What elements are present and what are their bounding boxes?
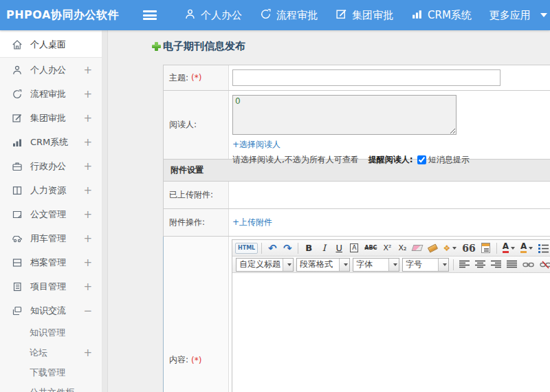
process-icon <box>11 88 23 100</box>
strikethrough-button[interactable]: ABC <box>362 241 379 255</box>
bold-button[interactable]: B <box>302 241 316 255</box>
readers-label: 阅读人: <box>164 91 229 159</box>
unlink-button[interactable] <box>538 258 550 272</box>
readers-textarea[interactable]: 0 <box>232 95 456 135</box>
auto-typeset-button[interactable]: ❖ <box>441 241 459 255</box>
align-center-button[interactable] <box>473 258 487 272</box>
expand-icon[interactable]: + <box>83 208 92 221</box>
undo-button[interactable]: ↶ <box>265 241 279 255</box>
sidebar-item-document-mgmt[interactable]: 公文管理 + <box>0 202 102 226</box>
sidebar-item-knowledge-mgmt[interactable]: 知识管理 <box>0 323 102 342</box>
subject-input[interactable] <box>232 69 500 86</box>
editor-content[interactable] <box>232 273 550 392</box>
briefcase-icon <box>11 160 23 172</box>
sidebar-item-desktop[interactable]: 个人桌面 <box>0 32 102 58</box>
uploaded-attachments-value <box>229 182 550 208</box>
sidebar-item-group-approval[interactable]: 集团审批 + <box>0 106 102 130</box>
expand-icon[interactable]: + <box>83 160 92 173</box>
sidebar-scrollbar[interactable] <box>102 30 108 392</box>
align-justify-button[interactable] <box>505 258 519 272</box>
link-button[interactable] <box>520 258 536 272</box>
readers-note-text: 请选择阅读人,不选为所有人可查看 <box>232 154 359 166</box>
nav-process-approval[interactable]: 流程审批 <box>260 8 318 23</box>
content-label: 内容: (*) <box>164 237 229 392</box>
upload-attachment-link[interactable]: +上传附件 <box>232 217 272 228</box>
sidebar-item-knowledge[interactable]: 知识交流 − <box>0 298 102 323</box>
add-icon <box>152 42 161 51</box>
sidebar-item-personal-office[interactable]: 个人办公 + <box>0 58 102 82</box>
sidebar-item-process-approval[interactable]: 流程审批 + <box>0 82 102 106</box>
app-logo: PHPOA协同办公软件 <box>0 8 138 23</box>
uploaded-attachments-row: 已上传附件: <box>163 182 550 209</box>
format-brush-icon[interactable] <box>426 241 439 255</box>
required-mark: (*) <box>191 356 201 365</box>
chevron-down-icon <box>443 263 447 266</box>
custom-heading-select[interactable]: 自定义标题 <box>236 258 294 272</box>
blockquote-button[interactable]: 66 <box>460 241 477 255</box>
main-content: 电子期刊信息发布 主题: (*) 阅读人: 0 +选择阅读人 <box>108 30 550 392</box>
select-readers-link[interactable]: +选择阅读人 <box>232 140 280 149</box>
nav-personal-office[interactable]: 个人办公 <box>184 8 242 23</box>
font-color-button[interactable]: A <box>500 241 517 255</box>
expand-icon[interactable]: + <box>83 257 92 269</box>
expand-icon[interactable]: + <box>83 232 92 245</box>
italic-button[interactable]: I <box>317 241 331 255</box>
readers-row: 阅读人: 0 +选择阅读人 请选择阅读人,不选为所有人可查看 提醒阅读人: 短消… <box>163 91 550 160</box>
nav-more-apps[interactable]: 更多应用 <box>490 9 547 22</box>
sms-notify-checkbox[interactable] <box>417 155 426 164</box>
sidebar-item-hr[interactable]: 人力资源 + <box>0 178 102 202</box>
sidebar: 个人桌面 个人办公 + 流程审批 + 集团审批 + CRM系统 + 行政办公 + <box>0 30 102 392</box>
nav-crm-system[interactable]: CRM系统 <box>411 8 472 23</box>
ordered-list-button[interactable] <box>536 241 550 255</box>
nav-group-approval[interactable]: 集团审批 <box>336 8 393 23</box>
chevron-down-icon <box>529 247 533 250</box>
uploaded-attachments-label: 已上传附件: <box>164 182 229 208</box>
sidebar-item-public-cabinet[interactable]: 公共文件柜 <box>0 382 102 392</box>
home-icon <box>11 39 23 50</box>
remind-readers-label: 提醒阅读人: <box>368 154 413 166</box>
expand-icon[interactable]: + <box>83 112 92 124</box>
editor-toolbar-row2: 自定义标题 段落格式 字体 字号 <box>232 257 550 273</box>
chart-icon <box>11 136 23 148</box>
content-row: 内容: (*) HTML ↶ ↷ B I <box>163 237 550 392</box>
chevron-down-icon <box>287 263 292 266</box>
sidebar-item-crm[interactable]: CRM系统 + <box>0 130 102 154</box>
edit-icon <box>336 8 352 23</box>
person-icon <box>11 64 23 76</box>
menu-toggle-icon[interactable] <box>143 10 157 20</box>
paste-button[interactable] <box>479 241 493 255</box>
font-size-select[interactable]: 字号 <box>402 258 449 272</box>
chevron-down-icon <box>452 247 456 250</box>
app-header: PHPOA协同办公软件 个人办公 流程审批 集团审批 CRM系统 更多应用 <box>0 0 550 30</box>
eraser-icon[interactable] <box>410 241 424 255</box>
sidebar-item-archive-mgmt[interactable]: 档案管理 + <box>0 250 102 274</box>
sidebar-item-admin-office[interactable]: 行政办公 + <box>0 154 102 178</box>
sms-notify-label: 短消息提示 <box>428 154 470 166</box>
expand-icon[interactable]: + <box>83 281 92 293</box>
knowledge-icon <box>11 305 23 316</box>
expand-icon[interactable]: + <box>83 136 92 149</box>
expand-icon[interactable]: + <box>83 88 92 100</box>
sidebar-item-vehicle-mgmt[interactable]: 用车管理 + <box>0 226 102 250</box>
border-text-button[interactable]: A <box>347 241 361 255</box>
highlight-color-button[interactable]: A <box>518 241 535 255</box>
paragraph-format-select[interactable]: 段落格式 <box>296 258 350 272</box>
attachment-actions-row: 附件操作: +上传附件 <box>163 209 550 237</box>
font-family-select[interactable]: 字体 <box>353 258 399 272</box>
expand-icon[interactable]: + <box>83 347 92 359</box>
sidebar-item-forum[interactable]: 论坛 + <box>0 342 102 362</box>
expand-icon[interactable]: + <box>83 64 92 76</box>
collapse-icon[interactable]: − <box>83 305 92 317</box>
document-icon <box>11 208 23 220</box>
align-left-button[interactable] <box>457 258 472 272</box>
redo-button[interactable]: ↷ <box>280 241 294 255</box>
superscript-button[interactable]: X² <box>380 241 394 255</box>
sidebar-item-download-mgmt[interactable]: 下载管理 <box>0 362 102 382</box>
html-source-button[interactable]: HTML <box>235 243 258 254</box>
subscript-button[interactable]: X₂ <box>395 241 409 255</box>
chevron-down-icon <box>540 13 547 17</box>
sidebar-item-project-mgmt[interactable]: 项目管理 + <box>0 274 102 298</box>
align-right-button[interactable] <box>489 258 503 272</box>
underline-button[interactable]: U <box>332 241 346 255</box>
expand-icon[interactable]: + <box>83 184 92 197</box>
